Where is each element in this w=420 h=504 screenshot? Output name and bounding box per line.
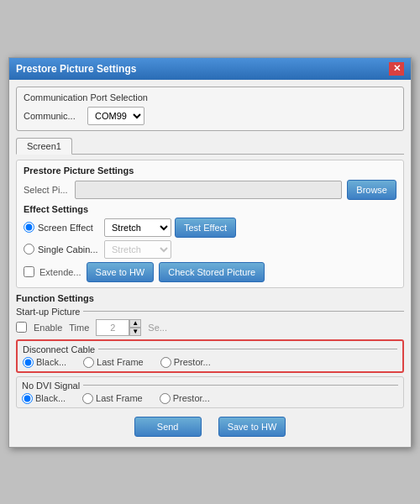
comm-row: Communic... COM99 COM1 COM2 xyxy=(24,107,396,125)
screen-effect-select[interactable]: Stretch Fit Fill xyxy=(104,218,171,237)
disconnect-prestor-label: Prestor... xyxy=(174,357,211,367)
enable-checkbox[interactable] xyxy=(16,322,27,333)
no-dvi-divider xyxy=(83,385,398,386)
prestore-section: Prestore Picture Settings Select Pi... B… xyxy=(16,160,404,288)
spinner-up[interactable]: ▲ xyxy=(129,319,141,328)
comm-port-section: Communication Port Selection Communic...… xyxy=(16,87,404,131)
disconnect-lastframe-radio[interactable] xyxy=(83,357,94,368)
no-dvi-title: No DVI Signal xyxy=(22,381,80,391)
file-input-area xyxy=(75,181,342,199)
send-button[interactable]: Send xyxy=(134,417,202,437)
disconnect-option-prestor: Prestor... xyxy=(160,357,211,368)
disconnect-option-black: Black... xyxy=(23,357,66,368)
se-label: Se... xyxy=(148,323,167,333)
startup-divider xyxy=(83,311,404,312)
disconnect-lastframe-label: Last Frame xyxy=(97,357,144,367)
function-title: Function Settings xyxy=(16,293,404,303)
nodvi-black-label: Black... xyxy=(35,393,66,403)
single-cabin-select[interactable]: Stretch Fit xyxy=(104,240,171,259)
close-button[interactable]: ✕ xyxy=(389,62,404,76)
nodvi-option-black: Black... xyxy=(22,393,66,404)
title-bar: Prestore Picture Settings ✕ xyxy=(9,58,411,80)
disconnect-prestor-radio[interactable] xyxy=(160,357,171,368)
nodvi-lastframe-radio[interactable] xyxy=(82,393,93,404)
check-stored-button[interactable]: Check Stored Picture xyxy=(159,262,265,282)
function-settings: Function Settings Start-up Picture Enabl… xyxy=(16,293,404,408)
nodvi-black-radio[interactable] xyxy=(22,393,33,404)
spinner-buttons: ▲ ▼ xyxy=(129,319,141,336)
nodvi-option-lastframe: Last Frame xyxy=(82,393,143,404)
nodvi-lastframe-label: Last Frame xyxy=(96,393,143,403)
main-window: Prestore Picture Settings ✕ Communicatio… xyxy=(8,57,412,448)
window-body: Communication Port Selection Communic...… xyxy=(9,80,411,447)
nodvi-prestor-label: Prestor... xyxy=(173,393,210,403)
prestore-title: Prestore Picture Settings xyxy=(24,165,396,176)
time-input[interactable] xyxy=(96,319,129,336)
spinner-down[interactable]: ▼ xyxy=(129,328,141,336)
screen-effect-row: Screen Effect Stretch Fit Fill Test Effe… xyxy=(24,218,396,238)
startup-label: Start-up Picture xyxy=(16,307,80,317)
screen-effect-label: Screen Effect xyxy=(38,223,101,233)
comm-port-select[interactable]: COM99 COM1 COM2 xyxy=(87,107,144,125)
disconnect-black-label: Black... xyxy=(36,357,66,367)
startup-row: Enable Time ▲ ▼ Se... xyxy=(16,319,404,336)
browse-button[interactable]: Browse xyxy=(347,180,396,200)
bottom-save-to-hw-button[interactable]: Save to HW xyxy=(218,417,286,437)
nodvi-prestor-radio[interactable] xyxy=(160,393,171,404)
effect-title: Effect Settings xyxy=(24,204,396,214)
window-title: Prestore Picture Settings xyxy=(16,63,136,75)
disconnect-cable-section: Disconnect Cable Black... Last Frame Pre… xyxy=(16,339,404,373)
no-dvi-section: No DVI Signal Black... Last Frame Presto… xyxy=(16,376,404,408)
extend-row: Extende... Save to HW Check Stored Pictu… xyxy=(24,262,396,282)
comm-text-label: Communic... xyxy=(24,111,82,121)
effect-settings: Effect Settings Screen Effect Stretch Fi… xyxy=(24,204,396,282)
select-pi-label: Select Pi... xyxy=(24,185,70,195)
screen-effect-radio[interactable] xyxy=(24,222,34,233)
disconnect-option-lastframe: Last Frame xyxy=(83,357,144,368)
enable-label: Enable xyxy=(34,323,62,333)
disconnect-options-row: Black... Last Frame Prestor... xyxy=(23,357,397,368)
comm-port-label: Communication Port Selection xyxy=(24,92,396,102)
save-to-hw-button[interactable]: Save to HW xyxy=(87,262,155,282)
select-pi-row: Select Pi... Browse xyxy=(24,180,396,200)
startup-subsection: Start-up Picture xyxy=(16,307,404,317)
disconnect-title: Disconnect Cable xyxy=(23,344,95,354)
test-effect-button[interactable]: Test Effect xyxy=(175,218,236,238)
tab-screen1[interactable]: Screen1 xyxy=(16,138,72,155)
extend-label: Extende... xyxy=(39,267,81,277)
single-cabin-row: Single Cabin... Stretch Fit xyxy=(24,240,396,259)
nodvi-option-prestor: Prestor... xyxy=(160,393,210,404)
time-spinner: ▲ ▼ xyxy=(96,319,141,336)
disconnect-divider xyxy=(98,349,397,349)
bottom-buttons: Send Save to HW xyxy=(16,413,404,440)
no-dvi-subsection-title: No DVI Signal xyxy=(22,381,398,391)
time-label: Time xyxy=(69,323,89,333)
single-cabin-radio[interactable] xyxy=(24,244,34,255)
tab-bar: Screen1 xyxy=(16,138,404,155)
single-cabin-label: Single Cabin... xyxy=(38,244,101,255)
disconnect-subsection-title: Disconnect Cable xyxy=(23,344,397,354)
no-dvi-options-row: Black... Last Frame Prestor... xyxy=(22,393,398,404)
disconnect-black-radio[interactable] xyxy=(23,357,34,368)
extend-checkbox[interactable] xyxy=(24,266,34,277)
